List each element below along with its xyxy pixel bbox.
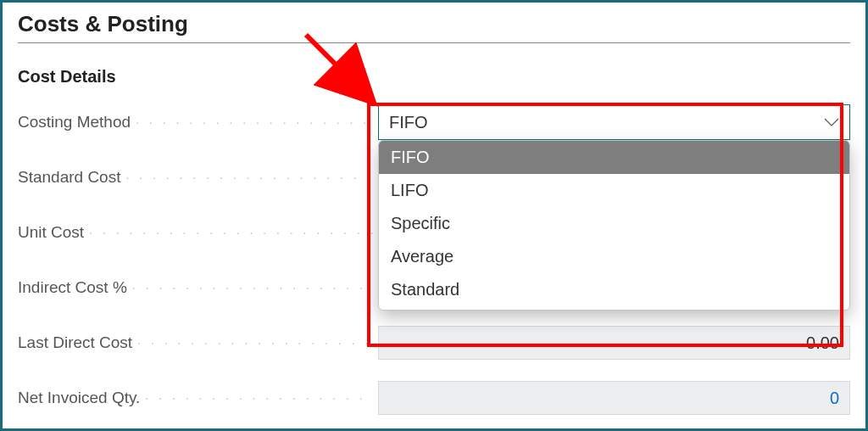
costing-method-select[interactable]: FIFO xyxy=(378,104,850,140)
dropdown-option-standard[interactable]: Standard xyxy=(379,273,849,306)
dropdown-option-lifo[interactable]: LIFO xyxy=(379,174,849,207)
costing-method-value: FIFO xyxy=(389,113,428,132)
dots-filler: · · · · · · · · · · · · · · · · · · · · … xyxy=(89,226,373,239)
label-net-invoiced-qty: Net Invoiced Qty. xyxy=(18,389,140,407)
label-standard-cost: Standard Cost xyxy=(18,168,120,187)
subsection-title: Cost Details xyxy=(18,67,850,87)
row-last-direct-cost: Last Direct Cost · · · · · · · · · · · ·… xyxy=(18,326,850,360)
label-unit-cost: Unit Cost xyxy=(18,223,84,242)
dots-filler: · · · · · · · · · · · · · · · · · · · · … xyxy=(136,115,373,129)
dots-filler: · · · · · · · · · · · · · · · · · · · · … xyxy=(137,336,373,350)
label-indirect-cost: Indirect Cost % xyxy=(18,278,127,297)
label-last-direct-cost: Last Direct Cost xyxy=(18,333,132,352)
dots-filler: · · · · · · · · · · · · · · · · · · · · … xyxy=(132,281,373,294)
last-direct-cost-field[interactable]: 0.00 xyxy=(378,326,850,360)
section-title: Costs & Posting xyxy=(18,11,850,43)
row-net-invoiced-qty: Net Invoiced Qty. · · · · · · · · · · · … xyxy=(18,381,850,415)
label-costing-method: Costing Method xyxy=(18,113,131,132)
costing-method-dropdown: FIFO LIFO Specific Average Standard xyxy=(378,140,850,311)
dropdown-option-fifo[interactable]: FIFO xyxy=(379,141,849,174)
dropdown-option-average[interactable]: Average xyxy=(379,240,849,273)
svg-line-0 xyxy=(306,35,367,96)
dots-filler: · · · · · · · · · · · · · · · · · · · · … xyxy=(145,391,373,405)
net-invoiced-qty-field[interactable]: 0 xyxy=(378,381,850,415)
chevron-down-icon xyxy=(824,114,839,132)
net-invoiced-qty-value: 0 xyxy=(830,389,839,408)
dots-filler: · · · · · · · · · · · · · · · · · · · · … xyxy=(125,171,373,184)
dropdown-option-specific[interactable]: Specific xyxy=(379,207,849,240)
row-costing-method: Costing Method · · · · · · · · · · · · ·… xyxy=(18,105,850,139)
last-direct-cost-value: 0.00 xyxy=(806,333,839,353)
